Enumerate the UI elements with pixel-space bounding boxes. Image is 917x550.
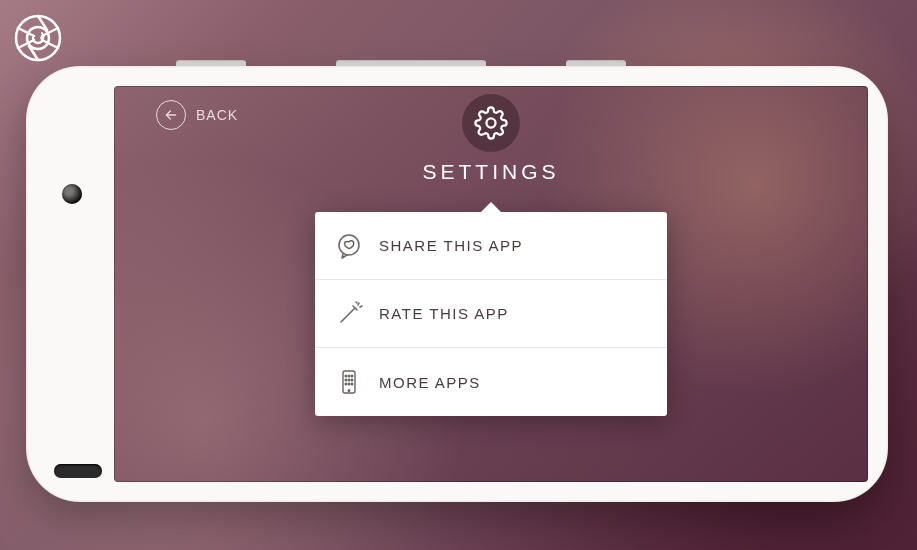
- svg-point-10: [345, 379, 347, 381]
- svg-point-3: [486, 118, 495, 127]
- menu-item-rate[interactable]: RATE THIS APP: [315, 280, 667, 348]
- svg-point-6: [348, 390, 350, 392]
- svg-point-13: [345, 383, 347, 385]
- svg-point-9: [351, 375, 353, 377]
- menu-item-share[interactable]: SHARE THIS APP: [315, 212, 667, 280]
- svg-point-1: [27, 27, 49, 49]
- aperture-refresh-icon: [14, 14, 62, 62]
- hardware-button: [336, 60, 486, 66]
- svg-point-11: [348, 379, 350, 381]
- phone-device: BACK SETTINGS SHARE THIS: [26, 66, 888, 502]
- device-speaker: [54, 464, 102, 478]
- svg-point-12: [351, 379, 353, 381]
- header: SETTINGS: [114, 94, 868, 184]
- screen: BACK SETTINGS SHARE THIS: [114, 86, 868, 482]
- menu-item-label: MORE APPS: [379, 374, 481, 391]
- svg-point-14: [348, 383, 350, 385]
- hardware-button: [176, 60, 246, 66]
- svg-point-7: [345, 375, 347, 377]
- svg-point-8: [348, 375, 350, 377]
- menu-item-label: SHARE THIS APP: [379, 237, 523, 254]
- heart-speech-icon: [331, 232, 367, 260]
- device-camera: [62, 184, 82, 204]
- menu-item-more-apps[interactable]: MORE APPS: [315, 348, 667, 416]
- wand-icon: [331, 300, 367, 328]
- settings-panel: SHARE THIS APP RATE THIS APP: [315, 212, 667, 416]
- menu-item-label: RATE THIS APP: [379, 305, 509, 322]
- phone-grid-icon: [331, 368, 367, 396]
- page-title: SETTINGS: [422, 160, 559, 184]
- svg-point-4: [339, 235, 359, 255]
- svg-point-15: [351, 383, 353, 385]
- hardware-button: [566, 60, 626, 66]
- gear-icon: [462, 94, 520, 152]
